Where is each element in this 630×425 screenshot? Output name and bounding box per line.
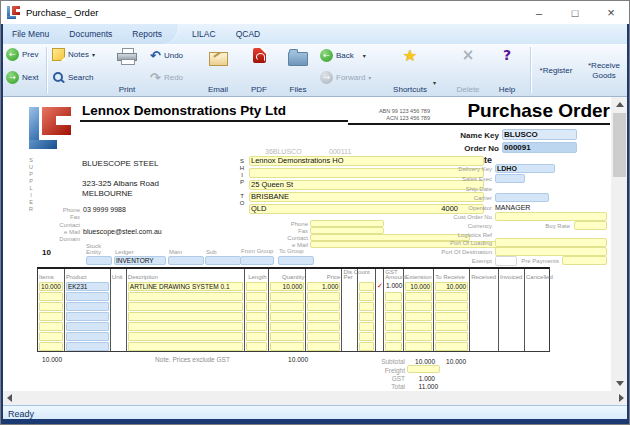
cell-discount-empty[interactable] <box>359 322 374 331</box>
cell-to-receive-empty[interactable] <box>435 292 468 301</box>
port-of-destination-field[interactable] <box>495 247 607 256</box>
cell-description-empty[interactable] <box>128 342 243 351</box>
stock-entity-field[interactable] <box>86 256 112 265</box>
delete-button[interactable]: × Delete <box>448 48 488 94</box>
cell-items-empty[interactable] <box>39 292 63 301</box>
scroll-right-icon[interactable] <box>614 391 629 405</box>
register-button[interactable]: *Register <box>534 48 578 94</box>
cell-price-empty[interactable] <box>307 332 340 341</box>
sub-field[interactable] <box>205 256 241 265</box>
scroll-left-icon[interactable] <box>2 391 17 405</box>
cell-gst-amount-empty[interactable] <box>385 312 402 321</box>
cell-items-row1[interactable]: 10.000 <box>39 282 63 291</box>
cell-product-empty[interactable] <box>66 322 109 331</box>
files-button[interactable]: Files <box>280 48 316 94</box>
cell-items-empty[interactable] <box>39 302 63 311</box>
menu-documents[interactable]: Documents <box>59 29 122 39</box>
cell-price-empty[interactable] <box>307 292 340 301</box>
cell-gst-amount-empty[interactable] <box>385 322 402 331</box>
cell-length-empty[interactable] <box>246 332 267 341</box>
cell-price-row1[interactable]: 1.000 <box>307 282 340 291</box>
cell-extension-empty[interactable] <box>405 342 432 351</box>
cell-gst-amount-empty[interactable] <box>385 342 402 351</box>
shipto-phone-field[interactable] <box>310 220 384 227</box>
notes-button[interactable]: Notes ▾ <box>52 48 95 61</box>
cell-product-empty[interactable] <box>66 292 109 301</box>
cell-product-empty[interactable] <box>66 342 109 351</box>
cell-extension-empty[interactable] <box>405 322 432 331</box>
pre-payments-field[interactable] <box>562 256 607 265</box>
back-button[interactable]: ← Back ▾ <box>320 49 366 62</box>
vertical-scroll-thumb[interactable] <box>613 113 626 177</box>
cell-quantity-empty[interactable] <box>270 332 305 341</box>
maximize-icon[interactable]: □ <box>557 1 593 24</box>
vertical-scrollbar[interactable] <box>611 97 628 391</box>
menu-qcad[interactable]: QCAD <box>226 29 271 39</box>
cell-price-empty[interactable] <box>307 322 340 331</box>
cell-items-empty[interactable] <box>39 332 63 341</box>
freight-field[interactable] <box>407 365 440 373</box>
minimize-icon[interactable]: – <box>521 1 557 24</box>
shortcuts-button[interactable]: ★ Shortcuts ▾ <box>384 48 436 94</box>
cell-discount-empty[interactable] <box>359 312 374 321</box>
cell-extension-empty[interactable] <box>405 312 432 321</box>
cell-length-empty[interactable] <box>246 342 267 351</box>
sales-exec-field[interactable] <box>495 174 525 183</box>
cell-product-empty[interactable] <box>66 312 109 321</box>
undo-button[interactable]: ↶ Undo <box>150 49 183 62</box>
cell-quantity-empty[interactable] <box>270 312 305 321</box>
forward-button[interactable]: → Forward ▾ <box>320 71 371 84</box>
cell-length-empty[interactable] <box>246 322 267 331</box>
horizontal-scrollbar[interactable] <box>2 391 630 405</box>
cell-product-row1[interactable]: EK231 <box>66 282 109 291</box>
main-field[interactable] <box>168 256 204 265</box>
cell-to-receive-empty[interactable] <box>435 332 468 341</box>
cell-price-empty[interactable] <box>307 342 340 351</box>
shipto-fax-field[interactable] <box>310 227 384 234</box>
cell-description-empty[interactable] <box>128 332 243 341</box>
menu-lilac[interactable]: LILAC <box>182 29 226 39</box>
search-button[interactable]: Search <box>52 71 93 84</box>
gst-check-icon[interactable]: ✓ <box>376 282 383 290</box>
cell-gst-amount-row1[interactable]: 1.000 <box>386 282 402 289</box>
cell-length-row1[interactable] <box>246 282 267 291</box>
cell-description-empty[interactable] <box>128 322 243 331</box>
email-button[interactable]: Email <box>198 48 238 94</box>
print-button[interactable]: Print <box>107 48 147 94</box>
cell-gst-amount-empty[interactable] <box>385 302 402 311</box>
cell-description-empty[interactable] <box>128 292 243 301</box>
scroll-down-icon[interactable] <box>611 376 628 391</box>
prev-button[interactable]: ← Prev <box>6 48 38 61</box>
cell-product-empty[interactable] <box>66 302 109 311</box>
cell-extension-row1[interactable]: 10.000 <box>405 282 432 291</box>
cell-to-receive-empty[interactable] <box>435 342 468 351</box>
carrier-field[interactable] <box>495 193 549 202</box>
cell-extension-empty[interactable] <box>405 292 432 301</box>
help-button[interactable]: ? Help <box>492 48 522 94</box>
receive-goods-button[interactable]: *Receive Goods <box>580 48 628 94</box>
cell-quantity-empty[interactable] <box>270 322 305 331</box>
scroll-up-icon[interactable] <box>611 97 628 112</box>
cell-extension-empty[interactable] <box>405 332 432 341</box>
cell-to-receive-empty[interactable] <box>435 302 468 311</box>
cell-product-empty[interactable] <box>66 332 109 341</box>
cell-description-empty[interactable] <box>128 302 243 311</box>
cell-length-empty[interactable] <box>246 302 267 311</box>
ledger-field[interactable]: INVENTORY <box>114 256 166 265</box>
cell-extension-empty[interactable] <box>405 302 432 311</box>
cell-discount-empty[interactable] <box>359 332 374 341</box>
cell-quantity-empty[interactable] <box>270 292 305 301</box>
cell-quantity-empty[interactable] <box>270 302 305 311</box>
cell-to-receive-row1[interactable]: 10.000 <box>435 282 468 291</box>
name-key-field[interactable]: BLUSCO <box>502 129 577 140</box>
delivery-key-field[interactable]: LDHO <box>495 164 555 173</box>
cell-discount-empty[interactable] <box>359 292 374 301</box>
cust-order-no-field[interactable] <box>495 212 607 221</box>
pdf-button[interactable]: PDF <box>244 48 274 94</box>
cell-price-empty[interactable] <box>307 302 340 311</box>
from-group-field[interactable] <box>240 256 274 265</box>
cell-items-empty[interactable] <box>39 322 63 331</box>
port-of-loading-field[interactable] <box>495 238 607 247</box>
cell-description-empty[interactable] <box>128 312 243 321</box>
cell-discount-row1[interactable] <box>359 282 374 291</box>
